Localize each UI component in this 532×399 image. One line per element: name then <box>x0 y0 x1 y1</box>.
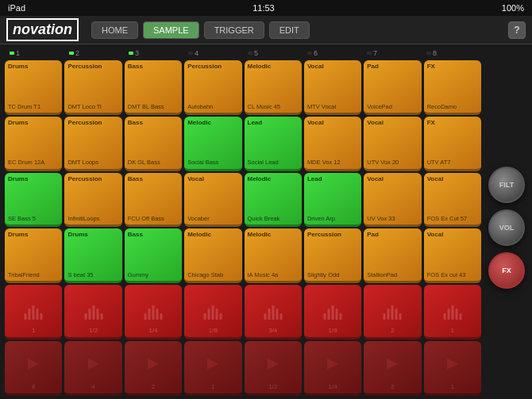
pad-4-8[interactable]: Vocal FOS Ex cut 43 <box>424 228 481 283</box>
pad-4-4[interactable]: Melodic Chicago Stab <box>184 228 241 283</box>
trigger-button[interactable]: TRIGGER <box>204 21 264 39</box>
track-4-num: 4 <box>185 48 243 59</box>
pad-1-7[interactable]: Pad VoicePad <box>364 60 421 115</box>
pad-2-1[interactable]: Drums EC Drum 12A <box>5 117 62 171</box>
rhythm-pad-3[interactable]: 1/4 <box>125 285 182 340</box>
pad-1-3[interactable]: Bass DMT BL Bass <box>125 60 182 115</box>
rhythm-pad-7[interactable]: 2 <box>364 285 421 340</box>
bottom-pad-6[interactable]: 1/4 <box>304 341 361 396</box>
pad-area: 1 2 3 4 5 6 7 8 <box>5 48 481 396</box>
rhythm-pad-5[interactable]: 3/4 <box>245 285 302 340</box>
track-3-num: 3 <box>125 48 183 59</box>
pad-3-3[interactable]: Bass FCU Off Bass <box>125 173 182 228</box>
fx-knob[interactable]: FX <box>488 252 525 289</box>
filt-knob[interactable]: FILT <box>488 167 525 203</box>
time-text: 11:53 <box>253 3 275 13</box>
rhythm-pad-6[interactable]: 1/8 <box>304 285 361 340</box>
pad-1-8[interactable]: FX RecoDamo <box>424 60 481 115</box>
pad-2-5[interactable]: Lead Social Lead <box>245 117 302 171</box>
pad-3-7[interactable]: Vocal UV Vox 33 <box>364 173 421 228</box>
pad-3-6[interactable]: Lead Driven Arp <box>304 173 361 228</box>
bottom-pad-5[interactable]: 1/2 <box>245 341 302 396</box>
right-controls: FILT VOL FX <box>486 48 527 396</box>
pad-2-8[interactable]: FX UTV AT7 <box>424 117 481 171</box>
bottom-pad-1[interactable]: 8 <box>5 341 62 396</box>
bottom-pad-8[interactable]: 1 <box>424 341 481 396</box>
vol-knob[interactable]: VOL <box>488 209 525 246</box>
pad-4-1[interactable]: Drums TribalFriend <box>5 228 62 283</box>
help-button[interactable]: ? <box>508 21 526 39</box>
pad-3-2[interactable]: Percussion InfinitiLoops <box>64 173 121 228</box>
pad-4-2[interactable]: Drums S beat 35 <box>64 228 121 283</box>
pad-4-5[interactable]: Melodic IA Music 4a <box>245 228 302 283</box>
pad-row-4: Drums TribalFriend Drums S beat 35 Bass … <box>5 228 481 283</box>
bottom-pad-2[interactable]: 4 <box>64 341 121 396</box>
pad-row-2: Drums EC Drum 12A Percussion DMT Loops B… <box>5 117 481 171</box>
carrier-text: iPad <box>8 3 25 13</box>
pad-2-3[interactable]: Bass DK GL Bass <box>125 117 182 171</box>
pad-3-8[interactable]: Vocal FOS Ex Cut 57 <box>424 173 481 228</box>
home-button[interactable]: HOME <box>91 21 138 39</box>
pad-1-5[interactable]: Melodic CL Music 45 <box>245 60 302 115</box>
track-2-num: 2 <box>66 48 124 59</box>
track-1-num: 1 <box>6 48 64 59</box>
pad-4-3[interactable]: Bass Gummy <box>125 228 182 283</box>
pad-1-2[interactable]: Percussion DMT Loco Ti <box>64 60 121 115</box>
pad-4-6[interactable]: Percussion Slightly Odd <box>304 228 361 283</box>
track-7-num: 7 <box>364 48 422 59</box>
logo: novation <box>6 18 79 41</box>
pad-2-7[interactable]: Vocal UTV Vox 20 <box>364 117 421 171</box>
pad-row-3: Drums SE Bass 5 Percussion InfinitiLoops… <box>5 173 481 228</box>
pad-2-4[interactable]: Melodic Social Bass <box>184 117 241 171</box>
top-nav: novation HOME SAMPLE TRIGGER EDIT ? <box>0 16 532 44</box>
pad-1-4[interactable]: Percussion Autobahn <box>184 60 241 115</box>
bottom-pad-3[interactable]: 2 <box>125 341 182 396</box>
pad-2-6[interactable]: Vocal MDE Vox 12 <box>304 117 361 171</box>
pad-row-1: Drums TC Drum T1 Percussion DMT Loco Ti … <box>5 60 481 115</box>
pad-1-6[interactable]: Vocal MTV Vocal <box>304 60 361 115</box>
pad-1-1[interactable]: Drums TC Drum T1 <box>5 60 62 115</box>
pad-3-5[interactable]: Melodic Quick Break <box>245 173 302 228</box>
track-numbers: 1 2 3 4 5 6 7 8 <box>5 48 481 59</box>
track-5-num: 5 <box>245 48 303 59</box>
battery-text: 100% <box>502 3 524 13</box>
bottom-pad-4[interactable]: 1 <box>184 341 241 396</box>
rhythm-pad-8[interactable]: 1 <box>424 285 481 340</box>
track-6-num: 6 <box>304 48 362 59</box>
bottom-row: 8 4 2 1 <box>5 341 481 396</box>
pad-3-4[interactable]: Vocal Vocaber <box>184 173 241 228</box>
status-bar: iPad 11:53 100% <box>0 0 532 16</box>
pad-4-7[interactable]: Pad StallionPad <box>364 228 421 283</box>
pad-2-2[interactable]: Percussion DMT Loops <box>64 117 121 171</box>
main-content: 1 2 3 4 5 6 7 8 <box>0 44 532 399</box>
rhythm-row: 1 1/2 1/4 <box>5 285 481 340</box>
edit-button[interactable]: EDIT <box>269 21 310 39</box>
sample-button[interactable]: SAMPLE <box>143 21 199 39</box>
bottom-pad-7[interactable]: 2 <box>364 341 421 396</box>
rhythm-pad-1[interactable]: 1 <box>5 285 62 340</box>
rhythm-pad-4[interactable]: 1/8 <box>184 285 241 340</box>
track-8-num: 8 <box>423 48 481 59</box>
pad-3-1[interactable]: Drums SE Bass 5 <box>5 173 62 228</box>
rhythm-pad-2[interactable]: 1/2 <box>64 285 121 340</box>
